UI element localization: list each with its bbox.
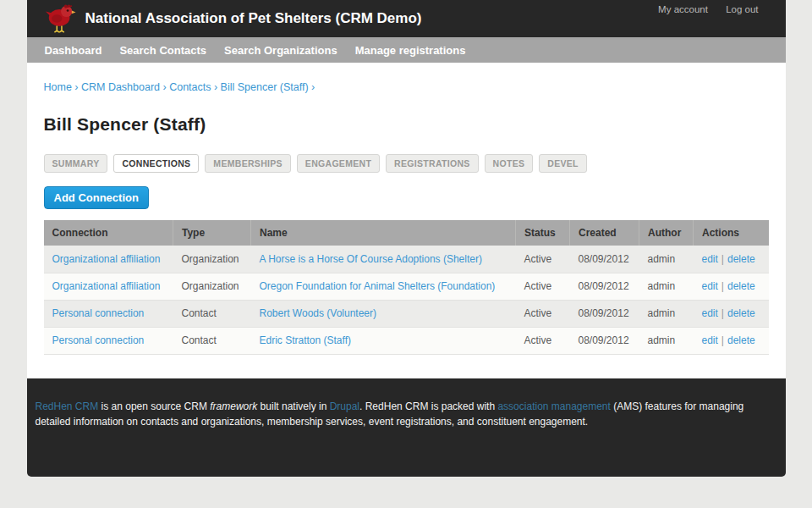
cell-status: Active (516, 273, 570, 300)
cell-name: Oregon Foundation for Animal Shelters (F… (251, 273, 516, 300)
column-header-name: Name (251, 220, 516, 246)
cell-connection: Organizational affiliation (44, 273, 173, 300)
cell-actions: edit|delete (694, 273, 769, 300)
edit-link[interactable]: edit (702, 307, 718, 319)
breadcrumb-separator: › (160, 81, 169, 93)
main-content: Home › CRM Dashboard › Contacts › Bill S… (27, 63, 786, 378)
cell-type: Organization (173, 246, 251, 273)
nav-item-search-contacts[interactable]: Search Contacts (119, 44, 206, 57)
cell-name: A Horse is a Horse Of Course Adoptions (… (251, 246, 516, 273)
cell-connection: Organizational affiliation (44, 246, 173, 273)
cell-created: 08/09/2012 (570, 300, 639, 327)
footer-link[interactable]: RedHen CRM (36, 400, 99, 412)
column-header-status: Status (516, 220, 570, 246)
actions-separator: | (721, 334, 724, 346)
tab-engagement[interactable]: ENGAGEMENT (297, 154, 380, 173)
connection-link[interactable]: Organizational affiliation (52, 253, 161, 265)
add-connection-button[interactable]: Add Connection (44, 186, 149, 209)
footer-text: RedHen CRM is an open source CRM framewo… (36, 399, 776, 429)
cell-author: admin (639, 300, 694, 327)
cell-author: admin (639, 273, 694, 300)
cell-status: Active (516, 327, 570, 354)
table-row: Organizational affiliationOrganizationA … (44, 246, 769, 273)
connections-table-body: Organizational affiliationOrganizationA … (44, 246, 769, 354)
footer-plain-text: . RedHen CRM is packed with (359, 400, 497, 412)
cell-author: admin (639, 246, 694, 273)
delete-link[interactable]: delete (727, 334, 755, 346)
actions-separator: | (721, 307, 724, 319)
cell-name: Robert Woods (Volunteer) (251, 300, 516, 327)
redhen-logo-icon (45, 3, 77, 35)
cell-name: Edric Stratton (Staff) (251, 327, 516, 354)
cell-actions: edit|delete (694, 300, 769, 327)
tab-registrations[interactable]: REGISTRATIONS (386, 154, 478, 173)
delete-link[interactable]: delete (727, 280, 755, 292)
connection-link[interactable]: Organizational affiliation (52, 280, 161, 292)
footer-italic-text: framework (210, 400, 257, 412)
name-link[interactable]: Robert Woods (Volunteer) (260, 307, 377, 319)
footer-plain-text: is an open source CRM (98, 400, 210, 412)
tab-connections[interactable]: CONNECTIONS (113, 154, 199, 173)
edit-link[interactable]: edit (702, 334, 718, 346)
site-header: National Association of Pet Shelters (CR… (27, 0, 786, 37)
column-header-author: Author (639, 220, 694, 246)
edit-link[interactable]: edit (702, 253, 718, 265)
edit-link[interactable]: edit (702, 280, 718, 292)
column-header-actions: Actions (694, 220, 769, 246)
cell-type: Organization (173, 273, 251, 300)
cell-author: admin (639, 327, 694, 354)
table-row: Personal connectionContactEdric Stratton… (44, 327, 769, 354)
tab-notes[interactable]: NOTES (485, 154, 534, 173)
cell-actions: edit|delete (694, 246, 769, 273)
table-row: Personal connectionContactRobert Woods (… (44, 300, 769, 327)
name-link[interactable]: Edric Stratton (Staff) (260, 334, 352, 346)
column-header-created: Created (570, 220, 639, 246)
cell-created: 08/09/2012 (570, 273, 639, 300)
nav-item-manage-registrations[interactable]: Manage registrations (355, 44, 466, 57)
tabs-bar: SUMMARYCONNECTIONSMEMBERSHIPSENGAGEMENTR… (44, 154, 769, 173)
page-title: Bill Spencer (Staff) (44, 114, 769, 135)
account-links: My account Log out (643, 4, 758, 14)
nav-item-search-organizations[interactable]: Search Organizations (224, 44, 337, 57)
breadcrumb-link[interactable]: Contacts (169, 81, 211, 93)
tab-devel[interactable]: DEVEL (539, 154, 587, 173)
name-link[interactable]: A Horse is a Horse Of Course Adoptions (… (260, 253, 482, 265)
column-header-type: Type (173, 220, 251, 246)
breadcrumb-separator: › (211, 81, 221, 93)
cell-created: 08/09/2012 (570, 246, 639, 273)
actions-separator: | (721, 280, 724, 292)
delete-link[interactable]: delete (727, 307, 755, 319)
cell-status: Active (516, 300, 570, 327)
name-link[interactable]: Oregon Foundation for Animal Shelters (F… (260, 280, 496, 292)
cell-actions: edit|delete (694, 327, 769, 354)
column-header-connection: Connection (44, 220, 173, 246)
breadcrumb-link[interactable]: CRM Dashboard (81, 81, 160, 93)
breadcrumb-link[interactable]: Bill Spencer (Staff) (221, 81, 309, 93)
header-row: ConnectionTypeNameStatusCreatedAuthorAct… (44, 220, 769, 246)
nav-item-dashboard[interactable]: Dashboard (45, 44, 102, 57)
cell-type: Contact (173, 327, 251, 354)
breadcrumb-link[interactable]: Home (44, 81, 72, 93)
breadcrumb-separator: › (309, 81, 315, 93)
connection-link[interactable]: Personal connection (52, 307, 145, 319)
cell-status: Active (516, 246, 570, 273)
breadcrumb-separator: › (72, 81, 81, 93)
page-container: National Association of Pet Shelters (CR… (27, 0, 786, 477)
footer-link[interactable]: Drupal (330, 400, 359, 412)
site-footer: RedHen CRM is an open source CRM framewo… (27, 378, 786, 477)
tab-summary[interactable]: SUMMARY (44, 154, 108, 173)
cell-connection: Personal connection (44, 327, 173, 354)
tab-memberships[interactable]: MEMBERSHIPS (205, 154, 290, 173)
connections-table: ConnectionTypeNameStatusCreatedAuthorAct… (44, 220, 769, 355)
connection-link[interactable]: Personal connection (52, 334, 145, 346)
table-row: Organizational affiliationOrganizationOr… (44, 273, 769, 300)
breadcrumb: Home › CRM Dashboard › Contacts › Bill S… (44, 81, 769, 93)
site-title: National Association of Pet Shelters (CR… (85, 10, 422, 27)
my-account-link[interactable]: My account (658, 4, 708, 14)
footer-link[interactable]: association management (497, 400, 610, 412)
cell-type: Contact (173, 300, 251, 327)
delete-link[interactable]: delete (727, 253, 755, 265)
main-nav-list: DashboardSearch ContactsSearch Organizat… (27, 37, 786, 63)
log-out-link[interactable]: Log out (726, 4, 758, 14)
cell-connection: Personal connection (44, 300, 173, 327)
